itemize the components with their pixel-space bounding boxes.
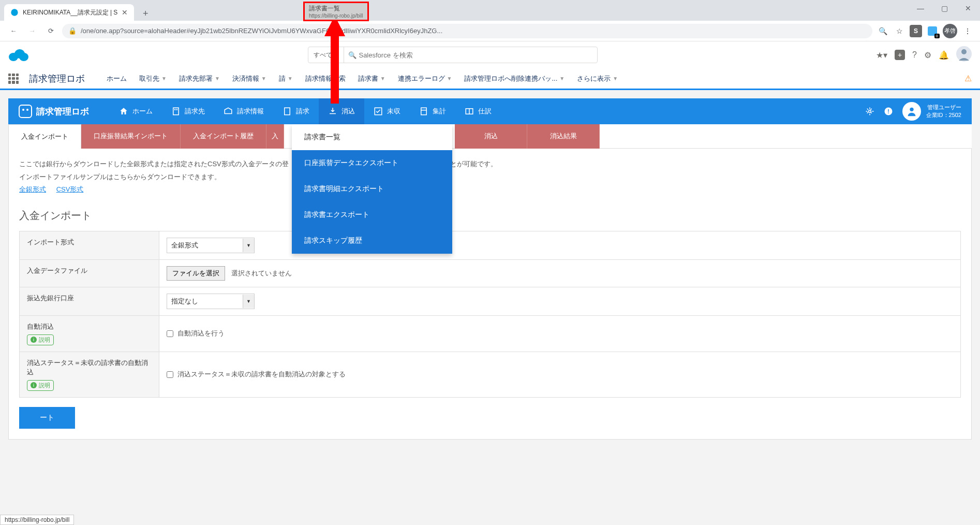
check-icon: [374, 107, 383, 116]
svg-rect-9: [174, 109, 175, 110]
blue-nav-aggregate[interactable]: 集計: [410, 98, 455, 124]
dropdown-item-transfer-export[interactable]: 口座振替データエクスポート: [292, 150, 452, 176]
inbox-icon: [224, 107, 233, 116]
help-badge-unpaid[interactable]: i説明: [27, 380, 54, 391]
description-line1: ここでは銀行からダウンロードした全銀形式または指定されたCSV形式の入金データの…: [19, 159, 961, 170]
checkbox-unpaid-auto[interactable]: 消込ステータス＝未収の請求書を自動消込の対象とする: [167, 370, 953, 379]
content-tabs: 入金インポート 口座振替結果インポート 入金インポート履歴 入 消込 消込結果: [8, 124, 972, 149]
sf-nav-errorlog[interactable]: 連携エラーログ▼: [393, 69, 457, 89]
layout-icon: [465, 107, 474, 116]
tab-deposit-import[interactable]: 入金インポート: [8, 124, 81, 149]
home-icon: [119, 107, 128, 116]
download-icon: [328, 107, 337, 116]
sf-search: すべて ▼ 🔍: [308, 47, 598, 63]
robo-logo-icon: [19, 105, 32, 118]
dropdown-item-bill-list[interactable]: 請求書一覧: [292, 124, 452, 150]
blue-nav-journal[interactable]: 仕訳: [455, 98, 501, 124]
link-zengin[interactable]: 全銀形式: [19, 185, 46, 193]
svg-rect-10: [176, 109, 177, 110]
close-tab-icon[interactable]: ✕: [122, 8, 128, 17]
tab-transfer-result-import[interactable]: 口座振替結果インポート: [81, 124, 181, 149]
new-tab-button[interactable]: +: [138, 6, 153, 21]
calculator-icon: [419, 107, 428, 116]
dropdown-item-bill-export[interactable]: 請求書エクスポート: [292, 202, 452, 228]
tab-partial[interactable]: 入: [266, 124, 284, 149]
sf-nav-dept[interactable]: 請求先部署▼: [174, 69, 225, 89]
section-title: 入金インポート: [19, 209, 961, 223]
settings-icon[interactable]: ⚙: [924, 50, 931, 60]
select-bank-account[interactable]: 指定なし▼: [167, 294, 255, 309]
dropdown-item-detail-export[interactable]: 請求書明細エクスポート: [292, 176, 452, 202]
user-avatar-icon[interactable]: [956, 46, 972, 64]
help-badge-auto[interactable]: i説明: [27, 334, 54, 345]
add-icon[interactable]: +: [895, 50, 905, 60]
sf-nav-invoice[interactable]: 請求書▼: [353, 69, 391, 89]
sf-nav-more[interactable]: さらに表示▼: [572, 69, 623, 89]
address-bar[interactable]: 🔒 /one/one.app?source=alohaHeader#eyJjb2…: [62, 24, 872, 38]
minimize-icon[interactable]: —: [909, 0, 932, 17]
sf-nav-accounts[interactable]: 取引先▼: [134, 69, 172, 89]
back-button[interactable]: ←: [6, 24, 21, 38]
checkbox-auto-clearing[interactable]: 自動消込を行う: [167, 329, 953, 338]
star-icon[interactable]: ☆: [893, 25, 905, 37]
salesforce-logo-icon[interactable]: [8, 48, 29, 62]
alert-icon[interactable]: ⚠: [964, 74, 972, 83]
file-choose-button[interactable]: ファイルを選択: [167, 266, 225, 281]
search-glass-icon[interactable]: 🔍: [877, 25, 889, 37]
favorite-icon[interactable]: ★▾: [876, 50, 887, 60]
svg-text:!: !: [887, 108, 889, 114]
app-logo[interactable]: 請求管理ロボ: [19, 105, 89, 118]
help-icon[interactable]: ?: [912, 50, 917, 60]
browser-toolbar: ← → ⟳ 🔒 /one/one.app?source=alohaHeader#…: [0, 21, 980, 41]
select-import-format[interactable]: 全銀形式▼: [167, 238, 255, 253]
app-launcher-icon[interactable]: [8, 74, 19, 84]
svg-rect-8: [173, 108, 179, 115]
file-icon: [283, 107, 292, 116]
close-window-icon[interactable]: ✕: [956, 0, 980, 17]
sf-nav-home[interactable]: ホーム: [101, 69, 132, 89]
import-form: インポート形式 全銀形式▼ 入金データファイル ファイルを選択 選択されていませ…: [19, 231, 961, 398]
forward-button[interactable]: →: [25, 24, 39, 38]
tab-content: ここでは銀行からダウンロードした全銀形式または指定されたCSV形式の入金データの…: [8, 148, 972, 440]
sf-nav-bill-x[interactable]: 請▼: [274, 69, 298, 89]
blue-nav-client[interactable]: 請求先: [162, 98, 214, 124]
tab-import-history[interactable]: 入金インポート履歴: [181, 124, 266, 149]
description-line2: インポートファイルサンプルはこちらからダウンロードできます。: [19, 172, 961, 183]
blue-nav-billinfo[interactable]: 請求情報: [214, 98, 273, 124]
reload-button[interactable]: ⟳: [43, 24, 58, 38]
annotation-arrow-icon: [324, 16, 345, 104]
lock-icon: 🔒: [68, 27, 77, 35]
tab-favicon: [10, 8, 19, 17]
browser-menu-icon[interactable]: ⋮: [961, 25, 974, 37]
building-icon: [171, 107, 181, 116]
blue-nav-home[interactable]: ホーム: [110, 98, 162, 124]
user-icon: [902, 102, 921, 121]
tab-clearing[interactable]: 消込: [455, 124, 527, 149]
notification-icon[interactable]: 🔔: [939, 50, 949, 60]
label-unpaid-auto: 消込ステータス＝未収の請求書の自動消込 i説明: [20, 352, 159, 397]
sf-nav-delete-batch[interactable]: 請求管理ロボへ削除連携バッ...▼: [459, 69, 570, 89]
label-data-file: 入金データファイル: [20, 259, 159, 287]
sf-search-input[interactable]: [344, 51, 597, 59]
sf-nav-payment[interactable]: 決済情報▼: [227, 69, 272, 89]
profile-avatar[interactable]: 孝啓: [943, 24, 957, 38]
link-csv[interactable]: CSV形式: [56, 185, 84, 193]
ext-s-icon[interactable]: S: [910, 25, 922, 37]
salesforce-favicon-icon: [10, 8, 19, 17]
blue-nav-unpaid[interactable]: 未収: [364, 98, 410, 124]
svg-marker-1: [324, 16, 345, 104]
info-icon[interactable]: !: [884, 107, 893, 116]
browser-tab[interactable]: KEIRINOMIKATA__請求元設定 | S ✕: [4, 4, 134, 21]
app-frame: 請求管理ロボ ホーム 請求先 請求情報 請求: [8, 98, 972, 440]
tab-clearing-result[interactable]: 消込結果: [527, 124, 600, 149]
label-import-format: インポート形式: [20, 231, 159, 259]
dropdown-item-skip-history[interactable]: 請求スキップ履歴: [292, 228, 452, 254]
label-bank-account: 振込先銀行口座: [20, 287, 159, 315]
ext-lastpass-icon[interactable]: 0: [926, 25, 939, 37]
submit-import-button[interactable]: ート: [19, 407, 75, 429]
maximize-icon[interactable]: ▢: [932, 0, 956, 17]
user-menu[interactable]: 管理ユーザー 企業ID：2502: [902, 102, 961, 121]
blue-nav-bill[interactable]: 請求: [273, 98, 319, 124]
gear-icon[interactable]: [865, 107, 874, 116]
svg-point-7: [961, 49, 967, 54]
